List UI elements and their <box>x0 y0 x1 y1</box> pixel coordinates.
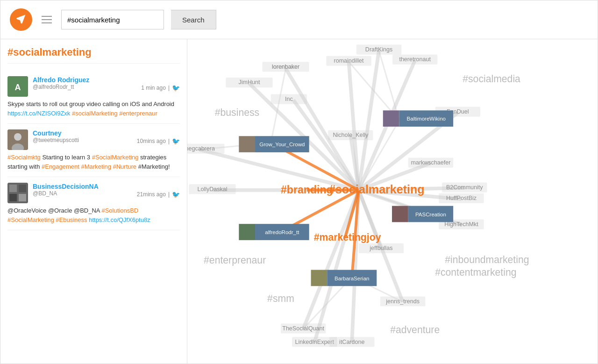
node-megcabrera[interactable]: megcabrera <box>187 145 215 152</box>
tweet-username[interactable]: Alfredo Rodriguez <box>33 76 89 84</box>
svg-rect-7 <box>19 185 26 192</box>
tweet-handle: @BD_NA <box>33 190 99 197</box>
node-theretronaut[interactable]: theretronaut <box>399 56 431 63</box>
sidebar-title: #socialmarketing <box>7 46 180 64</box>
svg-point-3 <box>14 133 21 141</box>
node-marketingjoy[interactable]: #marketingjoy <box>314 232 381 243</box>
search-input[interactable]: #socialmarketing <box>61 10 164 29</box>
avatar: A <box>7 76 28 97</box>
node-barbara-serian[interactable]: BarbaraSerian <box>335 276 369 281</box>
logo-button[interactable] <box>10 8 32 31</box>
node-inboundmarketing[interactable]: #inboundmarketing <box>445 254 529 265</box>
tweet-handle: @tweetmeupscotti <box>33 137 79 143</box>
node-huffpostbiz[interactable]: HuffPostBiz <box>446 195 477 201</box>
node-jenns-trends[interactable]: jenns_trends <box>385 298 420 305</box>
center-node-socialmarketing[interactable]: #socialmarketing <box>329 183 425 196</box>
node-enterprenaur[interactable]: #enterprenaur <box>204 255 266 266</box>
tweet-body: @OracleVoice @Oracle @BD_NA #SolutionsBD… <box>7 206 180 224</box>
node-lollydaskal[interactable]: LollyDaskal <box>197 186 227 193</box>
tweet-link[interactable]: https://t.co/QJfX6ptu8z <box>89 216 150 223</box>
node-pas-creation[interactable]: PASCreation <box>415 212 446 217</box>
twitter-icon: 🐦 <box>172 84 180 92</box>
node-socialmedia[interactable]: #socialmedia <box>463 73 520 84</box>
node-alfredo-rodr-tt[interactable]: alfredoRodr_tt <box>265 229 299 235</box>
node-itcardone[interactable]: itCardone <box>339 339 364 345</box>
tweet-handle: @alfredoRodr_tt <box>33 84 89 90</box>
svg-rect-6 <box>9 185 17 192</box>
twitter-icon: 🐦 <box>172 137 180 145</box>
svg-rect-67 <box>239 224 255 240</box>
tweet-card: Courtney @tweetmeupscotti 10mins ago | 🐦… <box>7 124 180 177</box>
tweet-username[interactable]: Courtney <box>33 129 79 137</box>
svg-rect-9 <box>19 194 26 201</box>
svg-rect-69 <box>311 270 327 286</box>
tweet-tags: #socialMarketing #enterprenaur <box>72 110 157 117</box>
node-inc[interactable]: Inc <box>285 96 293 102</box>
svg-rect-63 <box>239 136 255 152</box>
avatar <box>7 183 28 203</box>
tweet-username[interactable]: BusinessDecisionNA <box>33 183 99 190</box>
node-b2community[interactable]: B2Community <box>446 184 483 191</box>
node-thesocialquant[interactable]: TheSocialQuant <box>282 325 324 332</box>
node-jimhunt[interactable]: JimHunt <box>239 79 260 86</box>
tweet-body: #Socialmktg Starting to learn 3 #SocialM… <box>7 153 180 171</box>
node-linkedinexpert[interactable]: LinkedInExpert <box>295 339 334 345</box>
node-grow-your-crowd[interactable]: Grow_Your_Crowd <box>259 142 305 147</box>
svg-rect-8 <box>9 194 17 201</box>
node-jeffbullas[interactable]: jeffbullas <box>369 245 392 251</box>
sidebar: #socialmarketing A Alfredo Rodriguez @al… <box>0 39 187 364</box>
svg-line-26 <box>303 190 359 329</box>
search-button[interactable]: Search <box>171 10 216 29</box>
node-adventure[interactable]: #adventure <box>390 324 440 335</box>
tweet-time: 21mins ago | 🐦 <box>137 191 180 198</box>
svg-text:lorenbaker: lorenbaker <box>272 64 299 70</box>
tweet-time: 1 min ago | 🐦 <box>141 84 180 92</box>
node-markwschaefer[interactable]: markwschaefer <box>411 159 451 166</box>
tweet-card: A Alfredo Rodriguez @alfredoRodr_tt 1 mi… <box>7 71 180 124</box>
avatar <box>7 129 28 150</box>
node-smm[interactable]: #smm <box>267 293 294 304</box>
node-baltimore-wikino[interactable]: BaltimoreWikino <box>407 116 446 121</box>
hamburger-menu[interactable] <box>39 14 54 26</box>
svg-rect-71 <box>392 206 408 222</box>
node-branding[interactable]: #branding <box>281 184 333 196</box>
tweet-card: BusinessDecisionNA @BD_NA 21mins ago | 🐦… <box>7 177 180 230</box>
node-draftkings[interactable]: DraftKings <box>365 46 392 53</box>
node-business[interactable]: #business <box>215 107 259 118</box>
tweet-link[interactable]: https://t.co/NZISOi9Zxk <box>7 110 70 117</box>
node-romaindillet[interactable]: romaindillet <box>334 57 364 64</box>
graph-area: lorenbaker lorenbaker JimHunt Inc megcab… <box>187 39 598 364</box>
tweet-time: 10mins ago | 🐦 <box>137 137 180 145</box>
svg-text:A: A <box>15 83 21 92</box>
svg-rect-65 <box>383 110 399 127</box>
tweet-body: Skype starts to roll out group video cal… <box>7 100 180 118</box>
node-contentmarketing[interactable]: #contentmarketing <box>435 267 516 278</box>
twitter-icon: 🐦 <box>172 191 180 198</box>
node-nichole-kelly[interactable]: Nichole_Kelly <box>333 132 369 138</box>
